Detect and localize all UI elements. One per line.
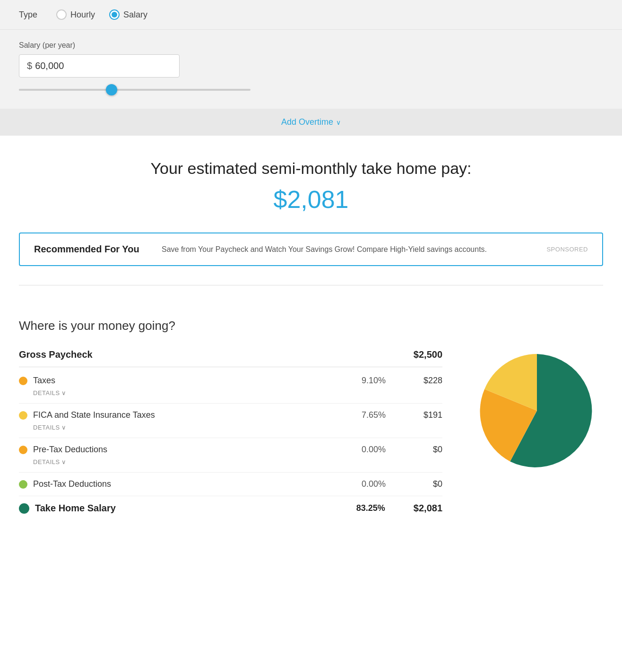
hourly-radio-option[interactable]: Hourly — [56, 9, 95, 20]
pretax-details-label: DETAILS — [33, 458, 60, 465]
posttax-main-row: Post-Tax Deductions 0.00% $0 — [19, 476, 442, 492]
money-section: Where is your money going? Gross Paychec… — [0, 319, 622, 547]
taxes-pct: 9.10% — [353, 376, 386, 386]
pretax-val: $0 — [414, 445, 442, 455]
slider-track — [19, 89, 251, 91]
posttax-left: Post-Tax Deductions — [19, 479, 111, 489]
slider-thumb[interactable] — [106, 84, 117, 95]
gross-label: Gross Paycheck — [19, 349, 93, 360]
add-overtime-row: Add Overtime ∨ — [0, 109, 622, 136]
hourly-radio-circle — [56, 9, 67, 20]
pie-svg — [471, 345, 603, 477]
salary-input[interactable] — [35, 60, 172, 71]
table-row: Pre-Tax Deductions 0.00% $0 DETAILS ∨ — [19, 438, 442, 473]
taxes-right: 9.10% $228 — [353, 376, 442, 386]
money-content: Gross Paycheck $2,500 Taxes 9.10% $228 D — [19, 345, 603, 518]
posttax-val: $0 — [414, 479, 442, 489]
pretax-details-link[interactable]: DETAILS ∨ — [19, 458, 66, 465]
take-home-row: Take Home Salary 83.25% $2,081 — [19, 496, 442, 518]
salary-input-wrapper: $ — [19, 54, 180, 78]
posttax-pct: 0.00% — [353, 479, 386, 489]
salary-section-label: Salary (per year) — [19, 41, 603, 50]
type-row: Type Hourly Salary — [0, 0, 622, 30]
take-home-salary-name: Take Home Salary — [35, 503, 116, 514]
taxes-details-label: DETAILS — [33, 389, 60, 396]
taxes-name: Taxes — [33, 376, 55, 386]
gross-value: $2,500 — [414, 349, 442, 360]
fica-val: $191 — [414, 410, 442, 420]
fica-dot — [19, 411, 27, 420]
currency-symbol: $ — [27, 60, 32, 71]
pretax-pct: 0.00% — [353, 445, 386, 455]
taxes-left: Taxes — [19, 376, 55, 386]
take-home-left: Take Home Salary — [19, 503, 116, 514]
fica-details-chevron: ∨ — [61, 424, 67, 431]
taxes-val: $228 — [414, 376, 442, 386]
recommendation-box[interactable]: Recommended For You Save from Your Paych… — [19, 233, 603, 266]
pretax-main-row: Pre-Tax Deductions 0.00% $0 — [19, 442, 442, 457]
gross-row: Gross Paycheck $2,500 — [19, 345, 442, 367]
section-divider — [19, 285, 603, 285]
fica-details-label: DETAILS — [33, 424, 60, 431]
take-home-right: 83.25% $2,081 — [352, 503, 442, 514]
take-home-dot — [19, 503, 29, 514]
sponsored-label: SPONSORED — [546, 246, 588, 253]
fica-name: FICA and State Insurance Taxes — [33, 410, 155, 420]
take-home-val: $2,081 — [414, 503, 442, 514]
taxes-details-link[interactable]: DETAILS ∨ — [19, 389, 66, 396]
pretax-right: 0.00% $0 — [353, 445, 442, 455]
slider-fill — [19, 89, 112, 91]
take-home-amount: $2,081 — [19, 185, 603, 214]
fica-right: 7.65% $191 — [353, 410, 442, 420]
estimated-label: Your estimated semi-monthly take home pa… — [19, 159, 603, 178]
salary-section: Salary (per year) $ — [0, 30, 622, 109]
hourly-label: Hourly — [70, 10, 95, 20]
fica-pct: 7.65% — [353, 410, 386, 420]
taxes-dot — [19, 377, 27, 385]
posttax-name: Post-Tax Deductions — [33, 479, 111, 489]
salary-slider-container[interactable] — [19, 85, 251, 95]
chevron-down-icon: ∨ — [336, 119, 341, 126]
taxes-main-row: Taxes 9.10% $228 — [19, 373, 442, 388]
add-overtime-button[interactable]: Add Overtime ∨ — [281, 117, 341, 127]
rec-title: Recommended For You — [34, 244, 147, 255]
pretax-details-chevron: ∨ — [61, 458, 67, 465]
pie-chart — [471, 345, 603, 477]
add-overtime-label: Add Overtime — [281, 117, 333, 127]
fica-left: FICA and State Insurance Taxes — [19, 410, 155, 420]
results-section: Your estimated semi-monthly take home pa… — [0, 136, 622, 319]
taxes-details-chevron: ∨ — [61, 389, 67, 396]
top-section: Type Hourly Salary Salary (per year) $ A… — [0, 0, 622, 136]
fica-main-row: FICA and State Insurance Taxes 7.65% $19… — [19, 407, 442, 423]
salary-label: Salary — [123, 10, 147, 20]
rec-desc: Save from Your Paycheck and Watch Your S… — [162, 245, 532, 254]
pretax-dot — [19, 446, 27, 454]
table-row: FICA and State Insurance Taxes 7.65% $19… — [19, 404, 442, 438]
fica-details-link[interactable]: DETAILS ∨ — [19, 424, 66, 431]
posttax-right: 0.00% $0 — [353, 479, 442, 489]
breakdown-table: Gross Paycheck $2,500 Taxes 9.10% $228 D — [19, 345, 442, 518]
take-home-pct: 83.25% — [352, 503, 385, 513]
type-label: Type — [19, 10, 37, 20]
salary-radio-option[interactable]: Salary — [109, 9, 147, 20]
pretax-name: Pre-Tax Deductions — [33, 445, 107, 455]
money-title: Where is your money going? — [19, 319, 603, 333]
table-row: Post-Tax Deductions 0.00% $0 — [19, 473, 442, 496]
salary-radio-circle — [109, 9, 120, 20]
table-row: Taxes 9.10% $228 DETAILS ∨ — [19, 369, 442, 404]
pretax-left: Pre-Tax Deductions — [19, 445, 107, 455]
posttax-dot — [19, 480, 27, 489]
